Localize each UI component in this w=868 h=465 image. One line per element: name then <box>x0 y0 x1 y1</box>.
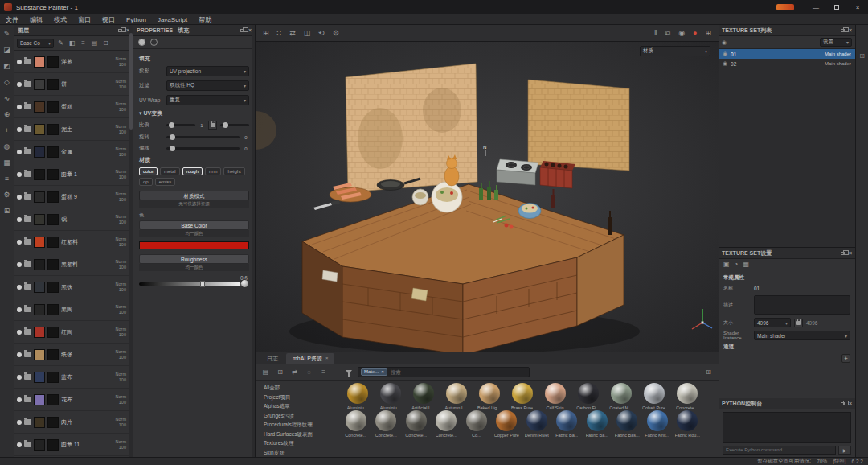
link-resources-icon[interactable]: ⇄ <box>289 368 300 376</box>
layer-visibility-icon[interactable] <box>17 217 22 222</box>
layer-opacity[interactable]: 100 <box>119 332 126 338</box>
layer-row[interactable]: 肉片 Norm 100 <box>14 411 133 434</box>
layer-blend-opacity[interactable]: Norm 100 <box>116 56 126 68</box>
new-folder-icon[interactable]: ▤ <box>260 368 271 376</box>
layer-row[interactable]: 蛋糕 9 Norm 100 <box>14 186 133 208</box>
texture-set-row[interactable]: ◉ 02 Main shader <box>719 59 855 68</box>
layer-blend-opacity[interactable]: Norm 100 <box>116 79 126 90</box>
layer-opacity[interactable]: 100 <box>119 220 126 225</box>
menu-item[interactable]: 编辑 <box>24 14 48 25</box>
visibility-all-icon[interactable]: ◉ <box>722 39 727 46</box>
base-color-button[interactable]: Base Color <box>139 220 249 230</box>
layer-visibility-icon[interactable] <box>17 195 22 200</box>
close-tab-icon[interactable]: × <box>326 354 329 363</box>
layer-row[interactable]: 黑塑料 Norm 100 <box>14 253 133 276</box>
camera-record-icon[interactable]: ● <box>693 25 697 41</box>
channel-chip[interactable]: nrm <box>205 167 221 175</box>
scale-slider-x[interactable] <box>166 124 195 126</box>
layer-blend-mode[interactable]: Norm <box>116 56 126 62</box>
float-panel-icon[interactable] <box>240 29 244 32</box>
asset-item[interactable]: Concrete... <box>401 410 432 438</box>
float-panel-icon[interactable] <box>118 29 122 32</box>
asset-item[interactable]: Fabric Knit... <box>642 410 673 438</box>
channel-chip[interactable]: emiss <box>155 178 176 186</box>
layer-blend-opacity[interactable]: Norm 100 <box>116 304 126 315</box>
layer-opacity[interactable]: 100 <box>119 377 126 383</box>
import-resources-icon[interactable]: ⊞ <box>275 368 285 376</box>
layer-row[interactable]: 蛋糕 Norm 100 <box>14 96 133 118</box>
search-input[interactable] <box>391 369 526 375</box>
snap-grid-icon[interactable]: ∷ <box>277 25 282 41</box>
settings-tab-c-icon[interactable]: ▦ <box>743 261 749 268</box>
close-panel-icon[interactable]: × <box>849 401 852 406</box>
layer-row[interactable]: 花布 Norm 100 <box>14 389 133 411</box>
tool-icon[interactable]: ⚙ <box>2 190 13 200</box>
layer-row[interactable]: 图章 11 Norm 100 <box>14 434 133 456</box>
layer-visibility-icon[interactable] <box>17 105 22 109</box>
layer-blend-mode[interactable]: Norm <box>116 124 126 130</box>
tool-icon[interactable]: ✎ <box>2 29 13 39</box>
close-button[interactable]: × <box>847 0 868 14</box>
texture-set-visibility-icon[interactable]: ◉ <box>723 60 727 67</box>
layer-visibility-icon[interactable] <box>17 262 22 267</box>
layer-blend-mode[interactable]: Norm <box>116 191 126 197</box>
layer-blend-opacity[interactable]: Norm 100 <box>116 327 126 338</box>
layer-row[interactable]: 洋葱 Norm 100 <box>14 51 133 73</box>
base-color-swatch[interactable] <box>139 241 249 249</box>
layer-opacity[interactable]: 100 <box>119 107 126 113</box>
layer-blend-mode[interactable]: Norm <box>116 146 126 152</box>
layer-blend-mode[interactable]: Norm <box>116 349 126 355</box>
asset-item[interactable]: Calf Skin <box>538 383 571 410</box>
viewport-canvas[interactable]: N <box>256 42 719 352</box>
layer-visibility-icon[interactable] <box>17 285 22 290</box>
layer-row[interactable]: 金属 Norm 100 <box>14 141 133 163</box>
close-panel-icon[interactable]: × <box>849 27 852 33</box>
texture-set-visibility-icon[interactable]: ◉ <box>723 51 727 57</box>
add-effect-icon[interactable]: ≡ <box>79 39 88 47</box>
settings-tab-a-icon[interactable]: ▣ <box>723 261 730 268</box>
folder-item[interactable]: Skin皮肤 <box>264 448 338 458</box>
texture-set-row[interactable]: ◉ 01 Main shader <box>719 49 855 59</box>
layer-opacity[interactable]: 100 <box>119 84 126 90</box>
layer-blend-mode[interactable]: Norm <box>116 79 126 84</box>
python-command-input[interactable] <box>723 446 836 455</box>
layer-blend-opacity[interactable]: Norm 100 <box>116 169 126 180</box>
menu-item[interactable]: 文件 <box>0 14 24 25</box>
add-folder-icon[interactable]: ▤ <box>90 39 99 47</box>
layer-opacity[interactable]: 100 <box>119 422 126 428</box>
layer-visibility-icon[interactable] <box>17 330 22 335</box>
size-lock-icon[interactable] <box>794 319 803 327</box>
layer-visibility-icon[interactable] <box>17 127 22 132</box>
layer-visibility-icon[interactable] <box>17 60 22 64</box>
asset-item[interactable]: Concrete... <box>371 410 402 438</box>
folder-item[interactable]: Hard Surfaces硬表面 <box>264 430 338 439</box>
tab-assets[interactable]: mhALP资源 × <box>286 353 334 364</box>
layer-blend-mode[interactable]: Norm <box>116 282 126 287</box>
menu-item[interactable]: 窗口 <box>72 14 96 25</box>
layer-blend-opacity[interactable]: Norm 100 <box>116 237 126 248</box>
display-grid-icon[interactable]: ⊞ <box>705 25 711 41</box>
description-field[interactable] <box>754 295 850 315</box>
layer-row[interactable]: 黑陶 Norm 100 <box>14 298 133 321</box>
fill-mode-icon[interactable] <box>138 39 145 46</box>
material-dropdown[interactable]: 材质 ▾ <box>640 46 710 56</box>
asset-item[interactable]: Denim Rivet <box>522 410 552 438</box>
menu-item[interactable]: Python <box>121 14 152 25</box>
slider-knob[interactable] <box>169 122 174 128</box>
asset-item[interactable]: Carbon Fi... <box>571 383 604 410</box>
layer-blend-mode[interactable]: Norm <box>116 327 126 332</box>
layer-blend-opacity[interactable]: Norm 100 <box>116 372 126 383</box>
layer-opacity[interactable]: 100 <box>119 445 126 451</box>
folder-item[interactable]: All全部 <box>264 383 338 393</box>
layer-visibility-icon[interactable] <box>17 82 22 87</box>
split-view-icon[interactable]: ⧉ <box>665 25 670 41</box>
add-paint-layer-icon[interactable]: ✎ <box>56 39 65 47</box>
layer-blend-opacity[interactable]: Norm 100 <box>116 282 126 293</box>
folder-item[interactable]: Grunges污渍 <box>264 411 338 421</box>
scale-slider-y[interactable] <box>220 124 249 126</box>
layer-visibility-icon[interactable] <box>17 442 22 447</box>
layer-row[interactable]: 泥土 Norm 100 <box>14 118 133 141</box>
perspective-grid-icon[interactable]: ⊞ <box>263 25 269 41</box>
layer-blend-opacity[interactable]: Norm 100 <box>116 349 126 360</box>
layer-blend-opacity[interactable]: Norm 100 <box>116 417 126 428</box>
